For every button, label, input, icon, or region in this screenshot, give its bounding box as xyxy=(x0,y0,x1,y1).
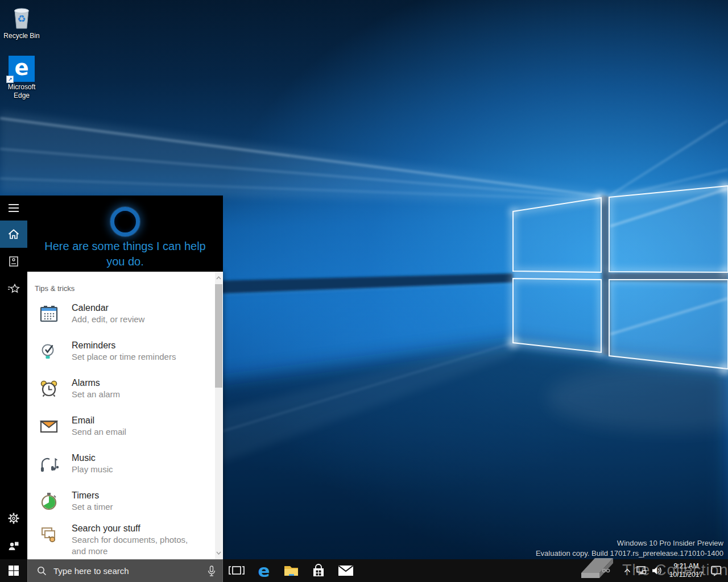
cortana-panel-header: Here are some things I can help you do. xyxy=(27,196,223,272)
item-title: Email xyxy=(72,415,126,426)
file-explorer-icon xyxy=(283,564,299,577)
recycle-bin-icon: ♻ xyxy=(8,3,35,31)
mail-icon xyxy=(338,565,354,576)
star-list-icon xyxy=(6,282,21,296)
list-item-alarms[interactable]: Alarms Set an alarm xyxy=(27,377,215,400)
windows-logo-icon xyxy=(9,566,19,576)
network-status-button[interactable] xyxy=(633,559,649,582)
start-button[interactable] xyxy=(0,559,27,582)
search-icon xyxy=(37,566,47,576)
list-item-search-your-stuff[interactable]: Search your stuff Search for documents, … xyxy=(27,523,215,557)
winver-line1: Windows 10 Pro Insider Preview xyxy=(536,538,723,548)
gear-icon xyxy=(7,512,20,525)
search-stuff-icon xyxy=(39,524,59,544)
chevron-down-icon xyxy=(216,551,221,555)
speaker-icon xyxy=(651,566,663,575)
list-item-calendar[interactable]: Calendar Add, edit, or review xyxy=(27,302,215,325)
hamburger-icon xyxy=(7,203,20,213)
item-subtitle: Add, edit, or review xyxy=(72,314,144,325)
taskbar-search-box[interactable] xyxy=(27,559,223,582)
scrollbar[interactable] xyxy=(215,272,222,559)
item-subtitle: Set place or time reminders xyxy=(72,351,176,363)
hamburger-menu-button[interactable] xyxy=(0,196,27,221)
music-icon xyxy=(39,454,59,474)
clock-time: 9:21 AM xyxy=(669,562,703,571)
list-item-music[interactable]: Music Play music xyxy=(27,452,215,475)
show-hidden-icons-button[interactable] xyxy=(622,559,633,582)
edge-icon: e ↗ xyxy=(9,56,35,82)
desktop-icon-recycle-bin[interactable]: ♻ Recycle Bin xyxy=(0,3,43,40)
search-input[interactable] xyxy=(53,566,201,576)
store-icon xyxy=(311,563,326,578)
calendar-icon xyxy=(39,304,59,324)
item-subtitle: Set a timer xyxy=(72,501,113,513)
item-title: Search your stuff xyxy=(72,523,192,534)
list-item-reminders[interactable]: Reminders Set place or time reminders xyxy=(27,340,215,363)
volume-button[interactable] xyxy=(649,559,665,582)
task-view-icon xyxy=(228,564,245,577)
item-title: Timers xyxy=(72,490,113,501)
desktop-icon-microsoft-edge[interactable]: e ↗ Microsoft Edge xyxy=(0,56,43,100)
cortana-greeting: Here are some things I can help you do. xyxy=(27,239,223,269)
alarms-icon xyxy=(39,379,59,399)
sidebar-item-best[interactable] xyxy=(0,275,27,302)
desktop-icon-label: Microsoft Edge xyxy=(0,83,43,100)
cortana-sidebar xyxy=(0,196,27,559)
store-button[interactable] xyxy=(305,559,332,582)
desktop-icon-label: Recycle Bin xyxy=(0,32,43,40)
reminders-icon xyxy=(39,341,59,361)
mail-button[interactable] xyxy=(332,559,359,582)
edge-icon: e xyxy=(258,562,270,580)
item-subtitle: Send an email xyxy=(72,426,126,438)
home-icon xyxy=(7,227,20,241)
scrollbar-up-arrow[interactable] xyxy=(215,273,222,283)
winver-line2: Evaluation copy. Build 17017.rs_prerelea… xyxy=(536,548,723,559)
sidebar-item-home[interactable] xyxy=(0,221,27,248)
clock[interactable]: 9:21 AM 10/11/2017 xyxy=(665,562,708,579)
clock-date: 10/11/2017 xyxy=(669,571,703,579)
item-subtitle: Play music xyxy=(72,464,113,475)
taskbar: e xyxy=(0,559,728,582)
svg-text:♻: ♻ xyxy=(17,13,26,24)
taskbar-edge-button[interactable]: e xyxy=(250,559,278,582)
shortcut-arrow-icon: ↗ xyxy=(6,76,14,83)
scrollbar-thumb[interactable] xyxy=(215,284,222,388)
scrollbar-down-arrow[interactable] xyxy=(215,548,222,558)
chevron-up-icon xyxy=(216,276,221,280)
notebook-icon xyxy=(7,255,20,268)
task-view-button[interactable] xyxy=(223,559,250,582)
section-header: Tips & tricks xyxy=(35,284,75,293)
item-title: Calendar xyxy=(72,302,144,314)
file-explorer-button[interactable] xyxy=(278,559,305,582)
windows-version-watermark: Windows 10 Pro Insider Preview Evaluatio… xyxy=(536,538,723,559)
item-title: Alarms xyxy=(72,377,120,389)
feedback-person-icon xyxy=(7,539,20,552)
list-item-email[interactable]: Email Send an email xyxy=(27,415,215,438)
chevron-up-icon xyxy=(624,568,631,573)
item-title: Music xyxy=(72,452,113,464)
item-title: Reminders xyxy=(72,340,176,351)
email-icon xyxy=(39,416,59,436)
microphone-icon[interactable] xyxy=(208,566,216,577)
timers-icon xyxy=(39,491,59,512)
action-center-icon xyxy=(710,564,722,577)
item-subtitle: Set an alarm xyxy=(72,389,120,400)
sidebar-spacer xyxy=(0,302,27,505)
sidebar-item-notebook[interactable] xyxy=(0,248,27,275)
cortana-suggestions-panel: Tips & tricks Calendar Add, edit, or rev… xyxy=(27,272,223,559)
system-tray: 9:21 AM 10/11/2017 xyxy=(622,559,728,582)
taskbar-spacer xyxy=(359,559,622,582)
item-subtitle: Search for documents, photos, and more xyxy=(72,534,192,557)
sidebar-item-feedback[interactable] xyxy=(0,532,27,559)
list-item-timers[interactable]: Timers Set a timer xyxy=(27,490,215,513)
network-icon xyxy=(635,566,647,576)
cortana-logo xyxy=(110,207,140,236)
sidebar-item-settings[interactable] xyxy=(0,505,27,532)
action-center-button[interactable] xyxy=(708,559,725,582)
